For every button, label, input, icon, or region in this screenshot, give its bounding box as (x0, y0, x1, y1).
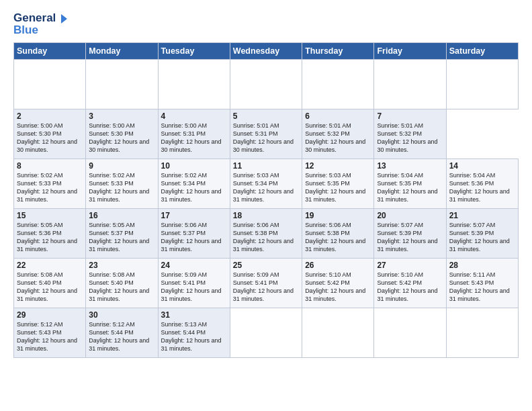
day-number: 16 (89, 211, 154, 220)
calendar-cell: 24Sunrise: 5:09 AMSunset: 5:41 PMDayligh… (158, 258, 230, 308)
calendar-cell: 6Sunrise: 5:01 AMSunset: 5:32 PMDaylight… (302, 109, 374, 158)
col-header-sunday: Sunday (14, 42, 86, 59)
col-header-thursday: Thursday (302, 42, 374, 59)
cell-info: Sunrise: 5:02 AMSunset: 5:33 PMDaylight:… (89, 172, 149, 203)
day-number: 13 (377, 161, 443, 171)
col-header-monday: Monday (86, 42, 158, 59)
day-number: 3 (89, 111, 154, 121)
calendar-cell: 29Sunrise: 5:12 AMSunset: 5:43 PMDayligh… (14, 308, 86, 357)
calendar-cell: 27Sunrise: 5:10 AMSunset: 5:42 PMDayligh… (374, 258, 446, 308)
cell-info: Sunrise: 5:01 AMSunset: 5:32 PMDaylight:… (377, 122, 437, 153)
cell-info: Sunrise: 5:05 AMSunset: 5:36 PMDaylight:… (17, 222, 77, 253)
cell-info: Sunrise: 5:02 AMSunset: 5:34 PMDaylight:… (161, 172, 222, 203)
cell-info: Sunrise: 5:00 AMSunset: 5:31 PMDaylight:… (161, 122, 222, 153)
day-number: 28 (449, 261, 515, 270)
day-number: 25 (233, 261, 299, 270)
cell-info: Sunrise: 5:00 AMSunset: 5:30 PMDaylight:… (17, 122, 77, 153)
calendar-cell (14, 59, 86, 109)
calendar-cell: 30Sunrise: 5:12 AMSunset: 5:44 PMDayligh… (86, 308, 158, 357)
day-number: 31 (161, 310, 227, 320)
day-number: 20 (377, 211, 443, 220)
col-header-friday: Friday (374, 42, 446, 59)
calendar-cell: 4Sunrise: 5:00 AMSunset: 5:31 PMDaylight… (158, 109, 230, 158)
day-number: 27 (377, 261, 443, 270)
calendar-table: SundayMondayTuesdayWednesdayThursdayFrid… (13, 42, 519, 358)
day-number: 5 (233, 111, 299, 121)
day-number: 10 (161, 161, 227, 171)
calendar-cell (230, 59, 302, 109)
calendar-cell: 15Sunrise: 5:05 AMSunset: 5:36 PMDayligh… (14, 208, 86, 258)
calendar-cell: 10Sunrise: 5:02 AMSunset: 5:34 PMDayligh… (158, 158, 230, 208)
day-number: 7 (377, 111, 443, 121)
cell-info: Sunrise: 5:01 AMSunset: 5:31 PMDaylight:… (233, 122, 294, 153)
calendar-cell: 2Sunrise: 5:00 AMSunset: 5:30 PMDaylight… (14, 109, 86, 158)
calendar-cell: 16Sunrise: 5:05 AMSunset: 5:37 PMDayligh… (86, 208, 158, 258)
calendar-cell (446, 59, 518, 109)
calendar-cell: 21Sunrise: 5:07 AMSunset: 5:39 PMDayligh… (446, 208, 518, 258)
calendar-cell (302, 59, 374, 109)
cell-info: Sunrise: 5:01 AMSunset: 5:32 PMDaylight:… (305, 122, 365, 153)
day-number: 12 (305, 161, 371, 171)
col-header-wednesday: Wednesday (230, 42, 302, 59)
calendar-cell (230, 308, 302, 357)
calendar-cell: 19Sunrise: 5:06 AMSunset: 5:38 PMDayligh… (302, 208, 374, 258)
calendar-cell: 31Sunrise: 5:13 AMSunset: 5:44 PMDayligh… (158, 308, 230, 357)
day-number: 6 (305, 111, 371, 121)
day-number: 30 (89, 310, 154, 320)
calendar-cell (446, 308, 518, 357)
cell-info: Sunrise: 5:06 AMSunset: 5:38 PMDaylight:… (233, 222, 294, 253)
day-number: 21 (449, 211, 515, 220)
header: General Blue (13, 12, 519, 36)
cell-info: Sunrise: 5:08 AMSunset: 5:40 PMDaylight:… (17, 271, 77, 302)
day-number: 8 (17, 161, 83, 171)
cell-info: Sunrise: 5:02 AMSunset: 5:33 PMDaylight:… (17, 172, 77, 203)
calendar-cell: 13Sunrise: 5:04 AMSunset: 5:35 PMDayligh… (374, 158, 446, 208)
cell-info: Sunrise: 5:03 AMSunset: 5:34 PMDaylight:… (233, 172, 294, 203)
day-number: 26 (305, 261, 371, 270)
cell-info: Sunrise: 5:10 AMSunset: 5:42 PMDaylight:… (377, 271, 437, 302)
calendar-cell: 25Sunrise: 5:09 AMSunset: 5:41 PMDayligh… (230, 258, 302, 308)
svg-marker-0 (61, 14, 67, 24)
cell-info: Sunrise: 5:04 AMSunset: 5:36 PMDaylight:… (449, 172, 510, 203)
cell-info: Sunrise: 5:07 AMSunset: 5:39 PMDaylight:… (449, 222, 510, 253)
calendar-cell: 7Sunrise: 5:01 AMSunset: 5:32 PMDaylight… (374, 109, 446, 158)
calendar-cell: 18Sunrise: 5:06 AMSunset: 5:38 PMDayligh… (230, 208, 302, 258)
day-number: 22 (17, 261, 83, 270)
page: General Blue SundayMondayTuesdayWednesda… (0, 0, 532, 411)
cell-info: Sunrise: 5:08 AMSunset: 5:40 PMDaylight:… (89, 271, 149, 302)
cell-info: Sunrise: 5:05 AMSunset: 5:37 PMDaylight:… (89, 222, 149, 253)
day-number: 17 (161, 211, 227, 220)
cell-info: Sunrise: 5:03 AMSunset: 5:35 PMDaylight:… (305, 172, 365, 203)
calendar-cell: 12Sunrise: 5:03 AMSunset: 5:35 PMDayligh… (302, 158, 374, 208)
cell-info: Sunrise: 5:06 AMSunset: 5:37 PMDaylight:… (161, 222, 222, 253)
calendar-cell (374, 59, 446, 109)
col-header-tuesday: Tuesday (158, 42, 230, 59)
cell-info: Sunrise: 5:06 AMSunset: 5:38 PMDaylight:… (305, 222, 365, 253)
logo: General Blue (13, 12, 68, 36)
calendar-cell: 14Sunrise: 5:04 AMSunset: 5:36 PMDayligh… (446, 158, 518, 208)
day-number: 24 (161, 261, 227, 270)
day-number: 19 (305, 211, 371, 220)
day-number: 4 (161, 111, 227, 121)
day-number: 2 (17, 111, 83, 121)
calendar-cell: 5Sunrise: 5:01 AMSunset: 5:31 PMDaylight… (230, 109, 302, 158)
cell-info: Sunrise: 5:00 AMSunset: 5:30 PMDaylight:… (89, 122, 149, 153)
calendar-cell: 23Sunrise: 5:08 AMSunset: 5:40 PMDayligh… (86, 258, 158, 308)
calendar-cell: 22Sunrise: 5:08 AMSunset: 5:40 PMDayligh… (14, 258, 86, 308)
calendar-cell: 8Sunrise: 5:02 AMSunset: 5:33 PMDaylight… (14, 158, 86, 208)
cell-info: Sunrise: 5:09 AMSunset: 5:41 PMDaylight:… (233, 271, 294, 302)
col-header-saturday: Saturday (446, 42, 518, 59)
calendar-cell: 20Sunrise: 5:07 AMSunset: 5:39 PMDayligh… (374, 208, 446, 258)
cell-info: Sunrise: 5:10 AMSunset: 5:42 PMDaylight:… (305, 271, 365, 302)
day-number: 9 (89, 161, 154, 171)
cell-info: Sunrise: 5:04 AMSunset: 5:35 PMDaylight:… (377, 172, 437, 203)
day-number: 29 (17, 310, 83, 320)
cell-info: Sunrise: 5:12 AMSunset: 5:44 PMDaylight:… (89, 321, 149, 352)
day-number: 14 (449, 161, 515, 171)
day-number: 23 (89, 261, 154, 270)
calendar-cell: 3Sunrise: 5:00 AMSunset: 5:30 PMDaylight… (86, 109, 158, 158)
calendar-cell (158, 59, 230, 109)
cell-info: Sunrise: 5:09 AMSunset: 5:41 PMDaylight:… (161, 271, 222, 302)
calendar-cell: 26Sunrise: 5:10 AMSunset: 5:42 PMDayligh… (302, 258, 374, 308)
calendar-cell: 11Sunrise: 5:03 AMSunset: 5:34 PMDayligh… (230, 158, 302, 208)
